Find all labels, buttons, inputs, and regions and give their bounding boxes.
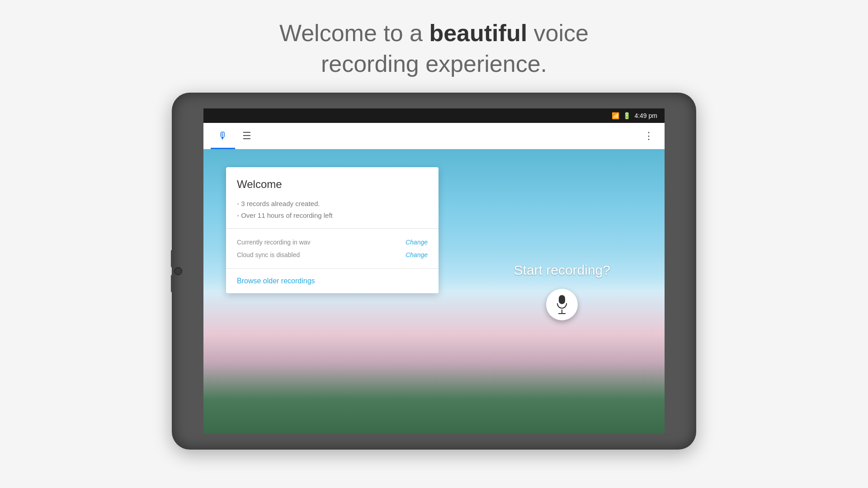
app-bar-tabs: 🎙 ☰ (211, 123, 640, 149)
card-info-line1: - 3 records already created. (237, 198, 428, 210)
tablet-camera (174, 267, 182, 275)
list-icon: ☰ (242, 130, 251, 142)
tab-record[interactable]: 🎙 (211, 123, 235, 149)
setting-row-cloud: Cloud sync is disabled Change (237, 249, 428, 261)
header-line2: recording experience. (321, 51, 547, 77)
battery-icon: 🔋 (623, 112, 631, 119)
volume-bump-2 (171, 275, 175, 293)
status-bar: 📶 🔋 4:49 pm (203, 108, 665, 123)
card-settings: Currently recording in wav Change Cloud … (226, 229, 439, 268)
record-prompt: Start recording? (514, 263, 610, 278)
microphone-icon: 🎙 (218, 130, 228, 142)
setting-format-change[interactable]: Change (406, 239, 428, 246)
mic-body (559, 295, 565, 304)
setting-cloud-label: Cloud sync is disabled (237, 251, 300, 258)
card-info-line2: - Over 11 hours of recording left (237, 210, 428, 221)
header-post: voice (527, 20, 589, 46)
status-time: 4:49 pm (634, 112, 657, 119)
main-content: Welcome - 3 records already created. - O… (203, 149, 665, 434)
browse-recordings-link[interactable]: Browse older recordings (237, 277, 315, 285)
mic-icon (557, 295, 567, 314)
welcome-card: Welcome - 3 records already created. - O… (226, 167, 439, 293)
volume-bump (171, 250, 175, 268)
mic-base (558, 313, 566, 314)
card-footer: Browse older recordings (226, 269, 439, 293)
header-pre: Welcome to a (279, 20, 429, 46)
tab-list[interactable]: ☰ (235, 123, 259, 149)
more-options-button[interactable]: ⋮ (640, 127, 657, 145)
card-title: Welcome (237, 178, 428, 191)
app-bar: 🎙 ☰ ⋮ (203, 123, 665, 149)
setting-row-format: Currently recording in wav Change (237, 236, 428, 249)
setting-format-label: Currently recording in wav (237, 239, 311, 246)
mic-stand (561, 310, 562, 313)
header-line1: Welcome to a beautiful voice (279, 20, 589, 46)
setting-cloud-change[interactable]: Change (406, 251, 428, 258)
page-header: Welcome to a beautiful voice recording e… (279, 18, 589, 79)
header-bold: beautiful (429, 20, 527, 46)
tablet-screen: 📶 🔋 4:49 pm 🎙 ☰ ⋮ Welcome (203, 108, 665, 434)
card-info: - 3 records already created. - Over 11 h… (237, 198, 428, 221)
tablet-frame: 📶 🔋 4:49 pm 🎙 ☰ ⋮ Welcome (172, 93, 696, 450)
wifi-icon: 📶 (612, 112, 619, 119)
record-button[interactable] (546, 289, 578, 320)
card-header: Welcome - 3 records already created. - O… (226, 167, 439, 228)
record-section: Start recording? (514, 263, 610, 320)
